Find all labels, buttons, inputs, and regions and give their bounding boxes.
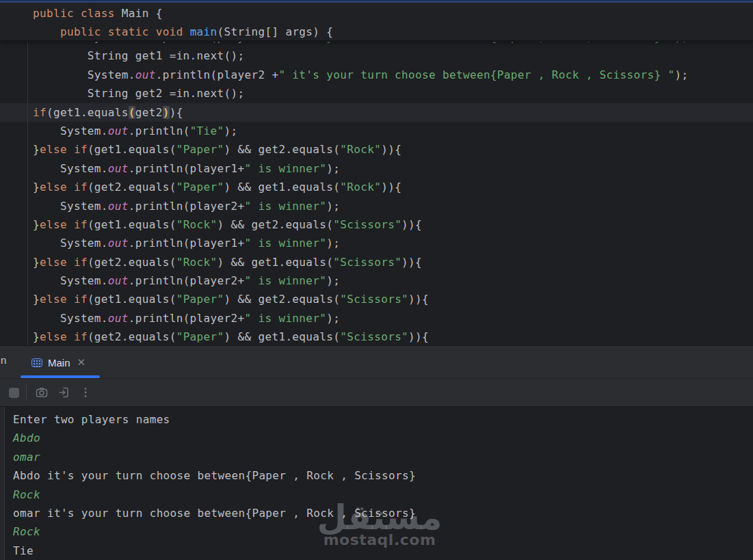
code-line: public class Main { (0, 4, 753, 23)
code-line[interactable]: System.out.println(player2+" is winner")… (0, 197, 753, 215)
camera-button[interactable] (35, 386, 49, 399)
tool-window-title-fragment: n (1, 354, 6, 366)
open-in-editor-button[interactable] (57, 386, 70, 399)
ide-window: public class Main { public static void m… (0, 0, 753, 560)
code-line-clipped[interactable]: System.out.println(player1 +" it's your … (0, 42, 753, 46)
console-toolbar (0, 379, 753, 406)
tab-main[interactable]: Main ✕ (25, 347, 94, 377)
console-output-line: Enter two players names (0, 410, 753, 429)
code-line[interactable]: String get1 =in.next(); (0, 46, 753, 65)
code-line[interactable]: }else if(get2.equals("Rock") && get1.equ… (0, 253, 753, 271)
more-vertical-icon (79, 386, 92, 399)
code-line[interactable]: }else if(get1.equals("Rock") && get2.equ… (0, 215, 753, 234)
console-user-input-line: Rock (0, 522, 753, 541)
code-line[interactable]: System.out.println(player2+" is winner")… (0, 309, 753, 328)
run-tool-window: n Main ✕ (0, 345, 753, 560)
console-output-line: Abdo it's your turn choose between{Paper… (0, 466, 753, 485)
code-line: public static void main(String[] args) { (0, 23, 753, 41)
code-line[interactable]: System.out.println(player1+" is winner")… (0, 234, 753, 252)
code-line[interactable]: }else if(get1.equals("Paper") && get2.eq… (0, 140, 753, 159)
code-line[interactable]: System.out.println(player1+" is winner")… (0, 159, 753, 178)
tab-label: Main (48, 357, 70, 369)
code-line[interactable]: System.out.println(player2+" is winner")… (0, 271, 753, 290)
console-user-input-line: Rock (0, 485, 753, 504)
camera-icon (36, 386, 48, 399)
stop-button[interactable] (9, 388, 19, 398)
code-line[interactable]: }else if(get2.equals("Paper") && get1.eq… (0, 178, 753, 196)
console-output-line: Tie (0, 542, 753, 560)
close-icon[interactable]: ✕ (76, 356, 88, 369)
console-left-strip (0, 407, 5, 560)
toolbar-divider (26, 384, 27, 401)
code-line[interactable]: }else if(get1.equals("Paper") && get2.eq… (0, 290, 753, 308)
run-console-output: Enter two players namesAbdoomarAbdo it's… (0, 406, 753, 560)
run-configuration-icon (31, 358, 42, 367)
code-line[interactable]: System.out.println("Tie"); (0, 122, 753, 140)
code-line[interactable]: System.out.println(player2 +" it's your … (0, 66, 753, 84)
console-user-input-line: omar (0, 448, 753, 466)
run-tab-bar: n Main ✕ (0, 346, 753, 378)
code-line[interactable]: String get2 =in.next(); (0, 84, 753, 103)
more-options-button[interactable] (79, 386, 92, 399)
console-user-input-line: Abdo (0, 429, 753, 447)
code-editor[interactable]: System.out.println(player1 +" it's your … (0, 42, 753, 345)
console-output-line: omar it's your turn choose between{Paper… (0, 504, 753, 522)
sticky-lines-header: public class Main { public static void m… (0, 3, 753, 41)
code-line-current[interactable]: if(get1.equals(get2)){ (0, 103, 753, 122)
open-in-editor-icon (57, 386, 70, 399)
gutter-separator (27, 42, 28, 345)
code-line[interactable]: }else if(get2.equals("Paper") && get1.eq… (0, 328, 753, 345)
